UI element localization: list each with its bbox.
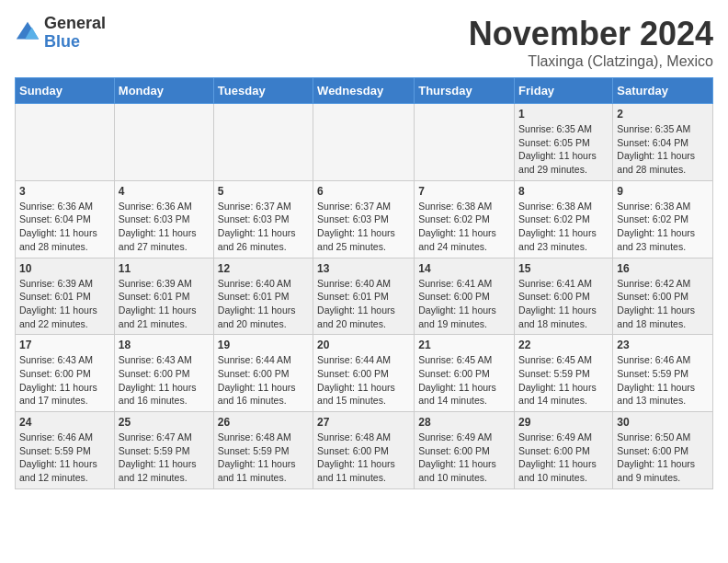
calendar-cell: 13Sunrise: 6:40 AM Sunset: 6:01 PM Dayli… bbox=[313, 258, 415, 335]
day-info: Sunrise: 6:39 AM Sunset: 6:01 PM Dayligh… bbox=[119, 277, 210, 331]
day-info: Sunrise: 6:39 AM Sunset: 6:01 PM Dayligh… bbox=[19, 277, 110, 331]
calendar-cell: 21Sunrise: 6:45 AM Sunset: 6:00 PM Dayli… bbox=[415, 335, 515, 412]
day-number: 19 bbox=[218, 339, 309, 351]
day-info: Sunrise: 6:49 AM Sunset: 6:00 PM Dayligh… bbox=[518, 431, 609, 485]
day-info: Sunrise: 6:43 AM Sunset: 6:00 PM Dayligh… bbox=[19, 353, 110, 408]
day-info: Sunrise: 6:37 AM Sunset: 6:03 PM Dayligh… bbox=[218, 200, 309, 254]
calendar-cell: 23Sunrise: 6:46 AM Sunset: 5:59 PM Dayli… bbox=[613, 335, 713, 412]
calendar-cell: 29Sunrise: 6:49 AM Sunset: 6:00 PM Dayli… bbox=[515, 412, 613, 489]
calendar-cell: 8Sunrise: 6:38 AM Sunset: 6:02 PM Daylig… bbox=[515, 180, 613, 258]
calendar-cell: 10Sunrise: 6:39 AM Sunset: 6:01 PM Dayli… bbox=[16, 258, 115, 335]
day-info: Sunrise: 6:43 AM Sunset: 6:00 PM Dayligh… bbox=[119, 353, 210, 408]
day-info: Sunrise: 6:45 AM Sunset: 6:00 PM Dayligh… bbox=[418, 353, 510, 408]
day-number: 9 bbox=[617, 185, 709, 198]
calendar-cell: 30Sunrise: 6:50 AM Sunset: 6:00 PM Dayli… bbox=[613, 412, 713, 489]
calendar-week-row: 24Sunrise: 6:46 AM Sunset: 5:59 PM Dayli… bbox=[16, 412, 713, 489]
calendar-cell: 19Sunrise: 6:44 AM Sunset: 6:00 PM Dayli… bbox=[213, 335, 313, 412]
calendar-week-row: 17Sunrise: 6:43 AM Sunset: 6:00 PM Dayli… bbox=[16, 335, 713, 412]
calendar-cell: 6Sunrise: 6:37 AM Sunset: 6:03 PM Daylig… bbox=[313, 180, 415, 258]
calendar-cell: 28Sunrise: 6:49 AM Sunset: 6:00 PM Dayli… bbox=[415, 412, 515, 489]
calendar-cell: 22Sunrise: 6:45 AM Sunset: 5:59 PM Dayli… bbox=[515, 335, 613, 412]
day-info: Sunrise: 6:35 AM Sunset: 6:05 PM Dayligh… bbox=[518, 122, 609, 177]
day-number: 26 bbox=[218, 416, 309, 429]
day-number: 17 bbox=[19, 339, 110, 351]
calendar-cell: 25Sunrise: 6:47 AM Sunset: 5:59 PM Dayli… bbox=[114, 412, 213, 489]
logo-text: General Blue bbox=[44, 15, 106, 52]
day-info: Sunrise: 6:41 AM Sunset: 6:00 PM Dayligh… bbox=[418, 277, 510, 331]
day-number: 11 bbox=[119, 262, 210, 275]
month-title: November 2024 bbox=[469, 15, 713, 53]
calendar-cell: 9Sunrise: 6:38 AM Sunset: 6:02 PM Daylig… bbox=[613, 180, 713, 258]
weekday-header-row: SundayMondayTuesdayWednesdayThursdayFrid… bbox=[16, 78, 713, 104]
weekday-header: Tuesday bbox=[213, 78, 313, 104]
day-info: Sunrise: 6:46 AM Sunset: 5:59 PM Dayligh… bbox=[19, 431, 110, 485]
calendar-cell bbox=[313, 104, 415, 181]
calendar-cell bbox=[16, 104, 115, 181]
day-number: 30 bbox=[617, 416, 709, 429]
day-info: Sunrise: 6:38 AM Sunset: 6:02 PM Dayligh… bbox=[617, 200, 709, 254]
day-number: 28 bbox=[418, 416, 510, 429]
day-number: 29 bbox=[518, 416, 609, 429]
logo-line1: General bbox=[44, 15, 106, 33]
day-info: Sunrise: 6:45 AM Sunset: 5:59 PM Dayligh… bbox=[518, 353, 609, 408]
day-number: 25 bbox=[119, 416, 210, 429]
day-info: Sunrise: 6:37 AM Sunset: 6:03 PM Dayligh… bbox=[317, 200, 410, 254]
day-number: 21 bbox=[418, 339, 510, 351]
calendar-cell: 14Sunrise: 6:41 AM Sunset: 6:00 PM Dayli… bbox=[415, 258, 515, 335]
weekday-header: Saturday bbox=[613, 78, 713, 104]
day-number: 8 bbox=[518, 185, 609, 198]
calendar-cell: 11Sunrise: 6:39 AM Sunset: 6:01 PM Dayli… bbox=[114, 258, 213, 335]
calendar-week-row: 1Sunrise: 6:35 AM Sunset: 6:05 PM Daylig… bbox=[16, 104, 713, 181]
weekday-header: Thursday bbox=[415, 78, 515, 104]
page-header: General Blue November 2024 Tlaxinga (Cla… bbox=[15, 15, 713, 70]
calendar-cell bbox=[415, 104, 515, 181]
day-number: 24 bbox=[19, 416, 110, 429]
day-info: Sunrise: 6:38 AM Sunset: 6:02 PM Dayligh… bbox=[418, 200, 510, 254]
day-number: 23 bbox=[617, 339, 709, 351]
day-number: 6 bbox=[317, 185, 410, 198]
calendar-cell: 15Sunrise: 6:41 AM Sunset: 6:00 PM Dayli… bbox=[515, 258, 613, 335]
calendar-cell bbox=[213, 104, 313, 181]
calendar-cell: 18Sunrise: 6:43 AM Sunset: 6:00 PM Dayli… bbox=[114, 335, 213, 412]
location-title: Tlaxinga (Clatzinga), Mexico bbox=[469, 53, 713, 70]
day-number: 22 bbox=[518, 339, 609, 351]
day-info: Sunrise: 6:47 AM Sunset: 5:59 PM Dayligh… bbox=[119, 431, 210, 485]
day-info: Sunrise: 6:48 AM Sunset: 6:00 PM Dayligh… bbox=[317, 431, 410, 485]
day-number: 3 bbox=[19, 185, 110, 198]
day-info: Sunrise: 6:41 AM Sunset: 6:00 PM Dayligh… bbox=[518, 277, 609, 331]
day-number: 20 bbox=[317, 339, 410, 351]
day-number: 12 bbox=[218, 262, 309, 275]
day-info: Sunrise: 6:40 AM Sunset: 6:01 PM Dayligh… bbox=[218, 277, 309, 331]
calendar-cell: 24Sunrise: 6:46 AM Sunset: 5:59 PM Dayli… bbox=[16, 412, 115, 489]
weekday-header: Sunday bbox=[16, 78, 115, 104]
day-info: Sunrise: 6:42 AM Sunset: 6:00 PM Dayligh… bbox=[617, 277, 709, 331]
day-number: 18 bbox=[119, 339, 210, 351]
day-number: 16 bbox=[617, 262, 709, 275]
day-info: Sunrise: 6:50 AM Sunset: 6:00 PM Dayligh… bbox=[617, 431, 709, 485]
day-info: Sunrise: 6:44 AM Sunset: 6:00 PM Dayligh… bbox=[317, 353, 410, 408]
day-info: Sunrise: 6:36 AM Sunset: 6:04 PM Dayligh… bbox=[19, 200, 110, 254]
calendar-cell: 12Sunrise: 6:40 AM Sunset: 6:01 PM Dayli… bbox=[213, 258, 313, 335]
calendar-cell: 3Sunrise: 6:36 AM Sunset: 6:04 PM Daylig… bbox=[16, 180, 115, 258]
day-info: Sunrise: 6:35 AM Sunset: 6:04 PM Dayligh… bbox=[617, 122, 709, 177]
calendar-cell: 7Sunrise: 6:38 AM Sunset: 6:02 PM Daylig… bbox=[415, 180, 515, 258]
calendar-week-row: 3Sunrise: 6:36 AM Sunset: 6:04 PM Daylig… bbox=[16, 180, 713, 258]
calendar-cell: 17Sunrise: 6:43 AM Sunset: 6:00 PM Dayli… bbox=[16, 335, 115, 412]
calendar-cell: 26Sunrise: 6:48 AM Sunset: 5:59 PM Dayli… bbox=[213, 412, 313, 489]
day-number: 4 bbox=[119, 185, 210, 198]
day-number: 14 bbox=[418, 262, 510, 275]
calendar-cell: 16Sunrise: 6:42 AM Sunset: 6:00 PM Dayli… bbox=[613, 258, 713, 335]
calendar-week-row: 10Sunrise: 6:39 AM Sunset: 6:01 PM Dayli… bbox=[16, 258, 713, 335]
day-number: 7 bbox=[418, 185, 510, 198]
day-info: Sunrise: 6:44 AM Sunset: 6:00 PM Dayligh… bbox=[218, 353, 309, 408]
logo-line2: Blue bbox=[44, 33, 106, 52]
day-number: 15 bbox=[518, 262, 609, 275]
day-number: 10 bbox=[19, 262, 110, 275]
calendar-cell: 20Sunrise: 6:44 AM Sunset: 6:00 PM Dayli… bbox=[313, 335, 415, 412]
calendar-cell: 2Sunrise: 6:35 AM Sunset: 6:04 PM Daylig… bbox=[613, 104, 713, 181]
calendar-cell: 4Sunrise: 6:36 AM Sunset: 6:03 PM Daylig… bbox=[114, 180, 213, 258]
logo: General Blue bbox=[15, 15, 106, 52]
logo-icon bbox=[15, 20, 40, 46]
weekday-header: Monday bbox=[114, 78, 213, 104]
day-number: 5 bbox=[218, 185, 309, 198]
